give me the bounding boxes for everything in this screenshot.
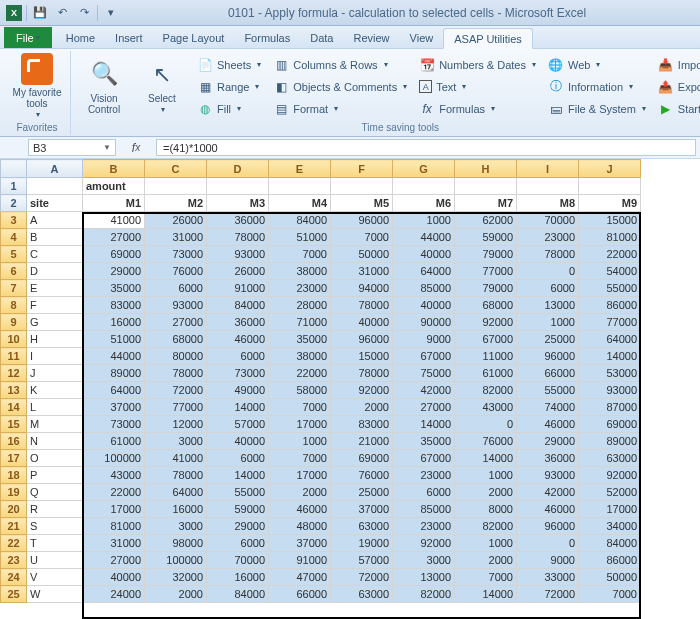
- name-box[interactable]: B3▼: [28, 139, 116, 156]
- vision-control-button[interactable]: 🔍 Vision Control: [77, 59, 131, 115]
- cell[interactable]: K: [27, 382, 83, 399]
- cell[interactable]: 29000: [517, 433, 579, 450]
- tab-data[interactable]: Data: [300, 27, 343, 48]
- cell[interactable]: 35000: [83, 280, 145, 297]
- cell[interactable]: T: [27, 535, 83, 552]
- cell[interactable]: 37000: [83, 399, 145, 416]
- row-header[interactable]: 9: [1, 314, 27, 331]
- cell[interactable]: 46000: [517, 416, 579, 433]
- cell[interactable]: [207, 178, 269, 195]
- cell[interactable]: 13000: [517, 297, 579, 314]
- cell[interactable]: 7000: [269, 246, 331, 263]
- row-header[interactable]: 19: [1, 484, 27, 501]
- cell[interactable]: 63000: [331, 518, 393, 535]
- cell[interactable]: M2: [145, 195, 207, 212]
- row-header[interactable]: 18: [1, 467, 27, 484]
- qat-dropdown-icon[interactable]: ▾: [102, 4, 120, 22]
- cell[interactable]: 70000: [517, 212, 579, 229]
- cell[interactable]: 91000: [207, 280, 269, 297]
- cell[interactable]: 44000: [393, 229, 455, 246]
- cell[interactable]: N: [27, 433, 83, 450]
- cell[interactable]: 3000: [145, 433, 207, 450]
- cell[interactable]: 61000: [455, 365, 517, 382]
- cell[interactable]: 82000: [455, 518, 517, 535]
- range-button[interactable]: ▦Range▾: [193, 77, 265, 97]
- cell[interactable]: 1000: [455, 535, 517, 552]
- formulas-button[interactable]: fxFormulas▾: [415, 99, 540, 119]
- cell[interactable]: 100000: [145, 552, 207, 569]
- cell[interactable]: 64000: [83, 382, 145, 399]
- export-button[interactable]: 📤Export▾: [654, 77, 700, 97]
- row-header[interactable]: 7: [1, 280, 27, 297]
- cell[interactable]: P: [27, 467, 83, 484]
- cell[interactable]: S: [27, 518, 83, 535]
- cell[interactable]: B: [27, 229, 83, 246]
- cell[interactable]: 67000: [393, 348, 455, 365]
- select-all-corner[interactable]: [1, 160, 27, 178]
- cell[interactable]: 78000: [145, 365, 207, 382]
- cell[interactable]: C: [27, 246, 83, 263]
- cell[interactable]: 94000: [331, 280, 393, 297]
- cell[interactable]: 31000: [83, 535, 145, 552]
- cell[interactable]: 64000: [393, 263, 455, 280]
- tab-page-layout[interactable]: Page Layout: [153, 27, 235, 48]
- cell[interactable]: 93000: [517, 467, 579, 484]
- numbers-dates-button[interactable]: 📆Numbers & Dates▾: [415, 55, 540, 75]
- qat-save-icon[interactable]: 💾: [31, 4, 49, 22]
- row-header[interactable]: 15: [1, 416, 27, 433]
- cell[interactable]: 27000: [83, 229, 145, 246]
- cell[interactable]: 92000: [455, 314, 517, 331]
- cell[interactable]: 7000: [331, 229, 393, 246]
- cell[interactable]: 57000: [207, 416, 269, 433]
- cell[interactable]: 25000: [517, 331, 579, 348]
- cell[interactable]: 78000: [145, 467, 207, 484]
- cell[interactable]: 35000: [393, 433, 455, 450]
- row-header[interactable]: 11: [1, 348, 27, 365]
- row-header[interactable]: 5: [1, 246, 27, 263]
- tab-view[interactable]: View: [400, 27, 444, 48]
- cell[interactable]: 89000: [83, 365, 145, 382]
- cell[interactable]: 6000: [517, 280, 579, 297]
- column-header[interactable]: D: [207, 160, 269, 178]
- cell[interactable]: M6: [393, 195, 455, 212]
- cell[interactable]: R: [27, 501, 83, 518]
- cell[interactable]: 42000: [517, 484, 579, 501]
- cell[interactable]: 64000: [145, 484, 207, 501]
- cell[interactable]: 6000: [207, 450, 269, 467]
- cell[interactable]: 40000: [83, 569, 145, 586]
- cell[interactable]: 67000: [393, 450, 455, 467]
- cell[interactable]: 64000: [579, 331, 641, 348]
- cell[interactable]: 33000: [517, 569, 579, 586]
- cell[interactable]: M8: [517, 195, 579, 212]
- cell[interactable]: 96000: [331, 331, 393, 348]
- cell[interactable]: 85000: [393, 501, 455, 518]
- cell[interactable]: 79000: [455, 246, 517, 263]
- cell[interactable]: 93000: [207, 246, 269, 263]
- cell[interactable]: [517, 178, 579, 195]
- cell[interactable]: 98000: [145, 535, 207, 552]
- cell[interactable]: 46000: [207, 331, 269, 348]
- cell[interactable]: 72000: [145, 382, 207, 399]
- cell[interactable]: 1000: [517, 314, 579, 331]
- cell[interactable]: Q: [27, 484, 83, 501]
- cell[interactable]: 87000: [579, 399, 641, 416]
- cell[interactable]: 41000: [83, 212, 145, 229]
- cell[interactable]: L: [27, 399, 83, 416]
- qat-redo-icon[interactable]: ↷: [75, 4, 93, 22]
- cell[interactable]: J: [27, 365, 83, 382]
- cell[interactable]: 55000: [579, 280, 641, 297]
- cell[interactable]: 37000: [331, 501, 393, 518]
- cell[interactable]: site: [27, 195, 83, 212]
- cell[interactable]: 23000: [393, 518, 455, 535]
- column-header[interactable]: I: [517, 160, 579, 178]
- cell[interactable]: 47000: [269, 569, 331, 586]
- cell[interactable]: 6000: [393, 484, 455, 501]
- row-header[interactable]: 3: [1, 212, 27, 229]
- cell[interactable]: 70000: [207, 552, 269, 569]
- cell[interactable]: 8000: [455, 501, 517, 518]
- cell[interactable]: 0: [517, 263, 579, 280]
- cell[interactable]: 55000: [517, 382, 579, 399]
- cell[interactable]: 2000: [331, 399, 393, 416]
- fill-button[interactable]: ◍Fill▾: [193, 99, 265, 119]
- cell[interactable]: 15000: [331, 348, 393, 365]
